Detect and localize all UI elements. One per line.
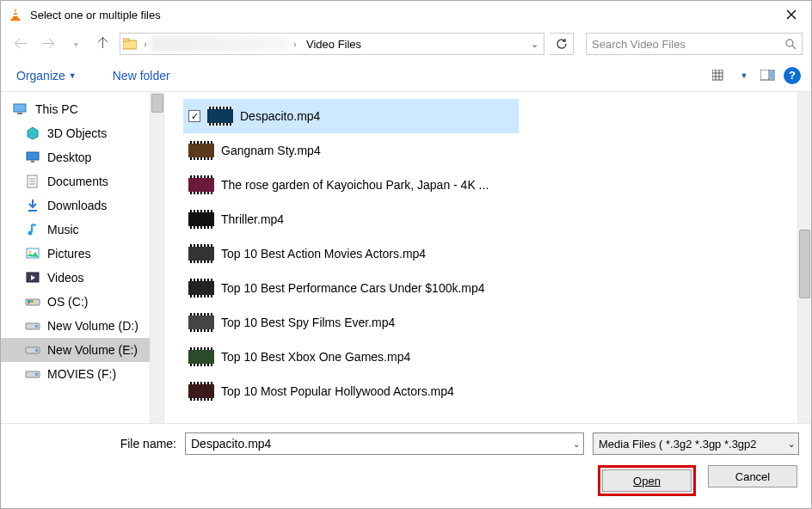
chevron-right-icon: › [139,40,151,49]
file-name: Top 10 Most Popular Hollywood Actors.mp4 [221,384,454,398]
help-button[interactable]: ? [784,67,801,84]
svg-rect-19 [27,152,39,160]
folder-icon [25,246,40,261]
file-name: Top 10 Best Xbox One Games.mp4 [221,350,410,364]
folder-icon [25,270,40,285]
scrollbar-thumb[interactable] [799,230,810,298]
view-options-button[interactable] [708,65,732,86]
sidebar-item-label: OS (C:) [47,295,88,309]
folder-icon [25,126,40,141]
file-row[interactable]: Gangnam Sty.mp4 [183,133,797,168]
filepane-scrollbar[interactable] [797,92,811,423]
sidebar-item-label: New Volume (E:) [47,343,138,357]
file-row[interactable]: Top 10 Best Performance Cars Under $100k… [183,271,797,305]
video-thumbnail-icon [188,382,214,401]
file-row[interactable]: Thriller.mp4 [183,202,797,236]
breadcrumb-current[interactable]: Video Files [301,38,366,51]
video-thumbnail-icon [188,279,214,297]
sidebar-item-label: 3D Objects [47,126,107,140]
open-button[interactable]: Open [602,469,692,492]
vlc-icon [8,7,23,22]
svg-marker-18 [28,127,38,139]
recent-dropdown[interactable]: ▾ [65,33,87,55]
sidebar-item-label: Music [47,223,79,236]
svg-rect-5 [123,39,129,41]
chevron-down-icon[interactable]: ⌄ [573,439,580,449]
sidebar-item[interactable]: 3D Objects [1,121,163,145]
search-placeholder: Search Video Files [592,38,784,51]
svg-rect-17 [17,113,22,114]
sidebar-item-label: Documents [47,175,108,188]
view-dropdown[interactable]: ▼ [732,65,756,86]
sidebar-item[interactable]: Downloads [1,193,163,218]
file-name: The rose garden of Kayoichou Park, Japan… [221,178,489,192]
file-row[interactable]: Top 10 Best Xbox One Games.mp4 [183,340,797,374]
scrollbar-thumb[interactable] [151,94,163,113]
sidebar-item-label: New Volume (D:) [47,319,138,333]
folder-icon [25,294,40,310]
file-name: Despacito.mp4 [240,109,320,123]
sidebar-scrollbar[interactable] [150,92,163,423]
search-input[interactable]: Search Video Files [586,33,803,55]
filter-text: Media Files ( *.3g2 *.3gp *.3gp2 [599,438,757,451]
svg-rect-1 [11,19,21,21]
window-title: Select one or multiple files [30,9,772,21]
organize-menu[interactable]: Organize▼ [11,65,82,86]
svg-rect-33 [31,300,34,303]
video-thumbnail-icon [188,141,214,160]
filename-value: Despacito.mp4 [191,437,271,451]
sidebar-item-label: Downloads [47,199,107,212]
file-row[interactable]: The rose garden of Kayoichou Park, Japan… [183,168,797,202]
file-open-dialog: Select one or multiple files 🡠 🡢 ▾ 🡡 › ›… [0,0,812,509]
file-list-pane: ✓Despacito.mp4Gangnam Sty.mp4The rose ga… [164,92,811,423]
file-row[interactable]: Top 10 Most Popular Hollywood Actors.mp4 [183,374,797,408]
forward-button[interactable]: 🡢 [37,33,59,55]
video-thumbnail-icon [188,244,214,263]
filename-input[interactable]: Despacito.mp4 ⌄ [185,432,584,455]
sidebar-item[interactable]: Documents [1,169,163,193]
sidebar-item[interactable]: MOVIES (F:) [1,362,163,386]
svg-line-7 [792,46,796,49]
file-row[interactable]: Top 10 Best Spy Films Ever.mp4 [183,305,797,340]
toolbar: Organize▼ New folder ▼ ? [1,59,811,92]
folder-icon [25,342,40,358]
sidebar-item[interactable]: New Volume (D:) [1,314,163,338]
sidebar-item[interactable]: Pictures [1,242,163,266]
sidebar-item[interactable]: Music [1,218,163,242]
close-button[interactable] [772,1,811,28]
refresh-button[interactable] [550,33,574,55]
svg-rect-20 [31,161,34,163]
file-row[interactable]: ✓Despacito.mp4 [183,99,519,133]
folder-icon [25,222,40,237]
svg-rect-40 [35,373,38,376]
sidebar-item[interactable]: OS (C:) [1,290,163,314]
new-folder-button[interactable]: New folder [108,65,175,86]
file-row[interactable]: Top 10 Best Action Movies Actors.mp4 [183,236,797,271]
file-checkbox[interactable]: ✓ [188,110,200,122]
back-button[interactable]: 🡠 [9,33,32,55]
address-bar[interactable]: › › Video Files ⌄ [120,33,544,55]
sidebar-item-label: MOVIES (F:) [47,367,116,381]
address-dropdown[interactable]: ⌄ [525,39,544,50]
sidebar-item[interactable]: Desktop [1,145,163,169]
svg-rect-3 [13,15,18,16]
folder-icon [25,174,40,189]
sidebar-item[interactable]: New Volume (E:) [1,338,163,362]
sidebar-item-label: This PC [35,102,78,116]
chevron-down-icon[interactable]: ⌄ [788,439,795,449]
open-highlight: Open [598,465,696,496]
sidebar-item-this-pc[interactable]: This PC [1,97,163,121]
sidebar-item-label: Videos [47,271,84,285]
sidebar-item-label: Pictures [47,247,91,261]
cancel-button[interactable]: Cancel [708,465,797,488]
svg-rect-16 [14,104,26,112]
sidebar-item-label: Desktop [47,150,91,164]
svg-marker-0 [12,9,18,20]
filetype-filter[interactable]: Media Files ( *.3g2 *.3gp *.3gp2 ⌄ [593,432,799,455]
folder-icon [25,198,40,213]
svg-rect-36 [35,325,38,328]
search-icon [784,38,797,50]
preview-pane-button[interactable] [756,65,780,86]
up-button[interactable]: 🡡 [92,33,114,55]
sidebar-item[interactable]: Videos [1,266,163,290]
